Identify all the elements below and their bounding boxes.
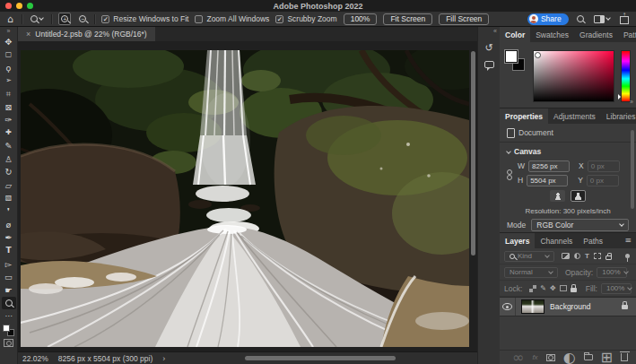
healing-brush-tool[interactable]: ✚ xyxy=(2,126,16,140)
layer-effects-icon[interactable]: fx xyxy=(532,353,537,361)
gradient-tool[interactable]: ▧ xyxy=(2,192,16,205)
dodge-tool[interactable]: ø xyxy=(2,218,16,231)
color-swatches[interactable] xyxy=(505,50,527,102)
panel-menu-icon[interactable]: ≡ xyxy=(620,233,636,248)
maximize-window-button[interactable] xyxy=(27,3,33,9)
landscape-orientation-button[interactable] xyxy=(571,190,586,202)
add-layer-mask-icon[interactable] xyxy=(546,354,555,361)
zoom-tool-indicator[interactable] xyxy=(29,13,45,25)
new-adjustment-layer-icon[interactable]: ◐ xyxy=(563,351,576,364)
tab-adjustments[interactable]: Adjustments xyxy=(548,108,601,124)
minimize-window-button[interactable] xyxy=(16,3,22,9)
zoom-out-button[interactable]: − xyxy=(77,13,88,25)
type-tool[interactable]: T xyxy=(2,245,16,258)
zoom-all-windows-checkbox[interactable]: Zoom All Windows xyxy=(195,14,269,23)
collapse-panels-icon[interactable]: » xyxy=(630,99,633,105)
status-zoom-level[interactable]: 22.02% xyxy=(22,354,48,363)
tab-paths[interactable]: Paths xyxy=(578,233,608,248)
eyedropper-tool[interactable]: ✑ xyxy=(2,114,16,127)
export-button[interactable]: ↑ xyxy=(618,13,631,25)
filter-smart-objects-icon[interactable] xyxy=(606,256,612,260)
share-button[interactable]: Share xyxy=(527,13,569,25)
y-field[interactable]: 0 px xyxy=(587,175,619,186)
toolbar-collapse-icon[interactable]: » xyxy=(0,27,17,35)
tab-gradients[interactable]: Gradients xyxy=(574,27,618,42)
object-selection-tool[interactable]: ➢ xyxy=(2,74,16,88)
history-brush-tool[interactable]: ↻ xyxy=(2,166,16,179)
foreground-background-swatches[interactable] xyxy=(3,325,14,336)
hand-tool[interactable]: ☛ xyxy=(2,283,16,297)
lock-position-icon[interactable]: ✥ xyxy=(550,285,556,292)
layer-thumbnail[interactable] xyxy=(521,299,545,314)
marquee-tool[interactable]: ▢ xyxy=(2,48,16,62)
filter-kind-dropdown[interactable]: Kind xyxy=(504,251,554,262)
layer-row-background[interactable]: Background xyxy=(500,297,636,316)
home-icon[interactable]: ⌂ xyxy=(5,13,15,25)
x-field[interactable]: 0 px xyxy=(588,160,620,172)
workspace-switcher[interactable] xyxy=(592,13,612,25)
blur-tool[interactable]: ❜ xyxy=(2,205,16,219)
canvas[interactable] xyxy=(18,41,477,351)
filter-type-layers-icon[interactable]: T xyxy=(585,253,589,260)
tab-patterns[interactable]: Patterns xyxy=(618,27,636,42)
delete-layer-icon[interactable] xyxy=(621,353,628,361)
vertical-scrollbar[interactable] xyxy=(471,51,475,256)
tab-libraries[interactable]: Libraries xyxy=(601,108,636,124)
link-layers-icon[interactable]: ∞ xyxy=(512,351,524,364)
lock-image-pixels-icon[interactable]: ✎ xyxy=(540,285,546,292)
link-dimensions-icon[interactable] xyxy=(507,169,512,179)
pen-tool[interactable]: ✒ xyxy=(2,231,16,245)
filter-shape-layers-icon[interactable] xyxy=(594,253,601,259)
portrait-orientation-button[interactable] xyxy=(550,190,565,202)
shape-tool[interactable]: ▭ xyxy=(2,271,16,284)
new-group-icon[interactable] xyxy=(584,354,593,360)
tab-properties[interactable]: Properties xyxy=(500,108,548,124)
filter-toggle-icon[interactable] xyxy=(625,254,630,258)
layer-locked-icon[interactable] xyxy=(622,305,628,309)
saturation-brightness-picker[interactable] xyxy=(533,50,614,102)
zoom-100-button[interactable]: 100% xyxy=(344,13,378,25)
fill-dropdown[interactable]: 100% xyxy=(601,283,632,294)
resize-windows-checkbox[interactable]: ✓ Resize Windows to Fit xyxy=(101,14,188,23)
quick-mask-icon[interactable] xyxy=(4,339,13,347)
zoom-tool[interactable] xyxy=(2,297,16,310)
blend-mode-dropdown[interactable]: Normal xyxy=(504,267,558,278)
width-field[interactable]: 8256 px xyxy=(528,160,570,172)
lock-transparent-pixels-icon[interactable] xyxy=(529,285,536,292)
layer-visibility-toggle[interactable] xyxy=(500,298,516,316)
document-tab[interactable]: × Untitled-2.psb @ 22% (RGB/16*) xyxy=(18,27,155,41)
expand-panels-icon[interactable]: « xyxy=(478,27,500,35)
lock-artboard-icon[interactable] xyxy=(560,285,567,291)
opacity-dropdown[interactable]: 100% xyxy=(597,267,627,278)
filter-adjustment-layers-icon[interactable] xyxy=(574,253,580,259)
brush-tool[interactable]: ✎ xyxy=(2,140,16,153)
horizontal-scrollbar[interactable] xyxy=(245,356,396,360)
document-type-row[interactable]: Document xyxy=(500,124,636,143)
tab-layers[interactable]: Layers xyxy=(500,233,535,248)
tab-channels[interactable]: Channels xyxy=(535,233,578,248)
filter-pixel-layers-icon[interactable] xyxy=(562,253,570,259)
crop-tool[interactable]: ⌗ xyxy=(2,87,16,100)
canvas-section-header[interactable]: Canvas xyxy=(500,143,636,159)
hue-slider[interactable] xyxy=(621,50,631,102)
foreground-color-swatch[interactable] xyxy=(505,50,518,63)
close-tab-icon[interactable]: × xyxy=(26,30,30,39)
frame-tool[interactable]: ⊠ xyxy=(2,100,16,114)
history-panel-icon[interactable]: ↺ xyxy=(484,43,492,53)
fit-screen-button[interactable]: Fit Screen xyxy=(383,13,432,25)
clone-stamp-tool[interactable]: ♙ xyxy=(2,152,16,166)
new-layer-icon[interactable]: ⊞ xyxy=(601,351,613,364)
lock-all-icon[interactable] xyxy=(571,288,577,292)
comments-panel-icon[interactable] xyxy=(484,61,494,68)
canvas-image[interactable] xyxy=(21,50,469,347)
zoom-in-button[interactable]: + xyxy=(58,13,71,25)
lasso-tool[interactable]: ϙ xyxy=(2,61,16,74)
path-select-tool[interactable]: ▻ xyxy=(2,257,16,271)
eraser-tool[interactable]: ▱ xyxy=(2,179,16,193)
fill-screen-button[interactable]: Fill Screen xyxy=(439,13,489,25)
close-window-button[interactable] xyxy=(5,3,12,9)
status-chevron-icon[interactable]: › xyxy=(162,354,165,363)
height-field[interactable]: 5504 px xyxy=(527,175,568,186)
scrubby-zoom-checkbox[interactable]: ✓ Scrubby Zoom xyxy=(275,14,336,23)
color-mode-dropdown[interactable]: RGB Color xyxy=(531,219,629,231)
